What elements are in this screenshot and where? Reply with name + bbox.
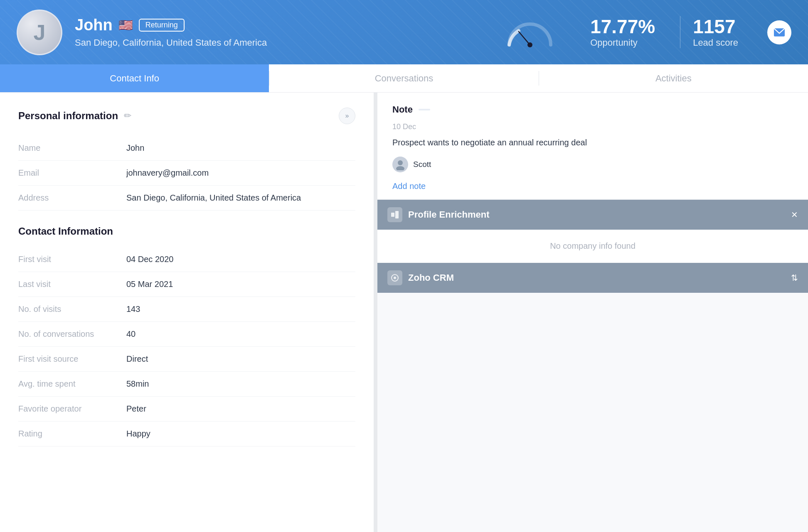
returning-badge: Returning	[139, 19, 185, 32]
email-icon	[774, 28, 785, 37]
field-value: 40	[126, 322, 355, 347]
contact-name: John	[75, 16, 113, 34]
field-label: Name	[18, 136, 126, 161]
contact-location: San Diego, California, United States of …	[75, 37, 482, 48]
field-value: San Diego, California, United States of …	[126, 186, 355, 211]
table-row: Last visit 05 Mar 2021	[18, 272, 355, 297]
opportunity-label: Opportunity	[590, 37, 638, 48]
opportunity-value: 17.77%	[590, 16, 655, 37]
personal-info-table: Name John Email johnavery@gmail.com Addr…	[18, 136, 355, 211]
note-date: 10 Dec	[392, 123, 793, 131]
tabs-bar: Contact Info Conversations Activities	[0, 64, 808, 93]
personal-info-title: Personal information	[18, 110, 118, 122]
main-layout: Personal information ✏ » Name John Email…	[0, 93, 808, 532]
profile-enrichment-section: Profile Enrichment ✕ No company info fou…	[377, 200, 808, 262]
note-author-row: Scott	[392, 157, 793, 172]
contact-info-table: First visit 04 Dec 2020 Last visit 05 Ma…	[18, 247, 355, 446]
field-label: Rating	[18, 422, 126, 446]
gauge-chart	[503, 16, 557, 49]
tab-contact-info[interactable]: Contact Info	[0, 64, 269, 92]
field-value: 04 Dec 2020	[126, 247, 355, 272]
table-row: Email johnavery@gmail.com	[18, 161, 355, 186]
enrichment-title: Profile Enrichment	[408, 209, 785, 220]
contact-info-title: Contact Information	[18, 226, 355, 237]
svg-point-3	[398, 160, 403, 165]
field-label: Last visit	[18, 272, 126, 297]
left-panel: Personal information ✏ » Name John Email…	[0, 93, 374, 532]
field-value: Peter	[126, 397, 355, 422]
field-label: No. of visits	[18, 297, 126, 322]
note-section: Note 10 Dec Prospect wants to negotiate …	[377, 93, 808, 200]
svg-rect-5	[391, 213, 394, 217]
enrichment-close-icon[interactable]: ✕	[791, 210, 798, 220]
field-label: Favorite operator	[18, 397, 126, 422]
field-value: 05 Mar 2021	[126, 272, 355, 297]
svg-point-8	[394, 277, 396, 279]
tab-conversations[interactable]: Conversations	[269, 64, 538, 92]
no-company-text: No company info found	[550, 241, 636, 250]
field-label: First visit	[18, 247, 126, 272]
table-row: First visit 04 Dec 2020	[18, 247, 355, 272]
zoho-icon	[387, 270, 402, 285]
flag-icon: 🇺🇸	[118, 18, 133, 32]
header-info: John 🇺🇸 Returning San Diego, California,…	[75, 16, 482, 48]
lead-score-value: 1157	[693, 16, 735, 37]
field-label: First visit source	[18, 347, 126, 372]
field-value: 58min	[126, 372, 355, 397]
field-label: Avg. time spent	[18, 372, 126, 397]
lead-score-stat: 1157 Lead score	[680, 16, 751, 48]
table-row: Address San Diego, California, United St…	[18, 186, 355, 211]
field-label: Email	[18, 161, 126, 186]
zoho-crm-section: Zoho CRM ⇅	[377, 263, 808, 293]
expand-button[interactable]: »	[339, 108, 355, 124]
author-name: Scott	[413, 160, 431, 169]
header: J John 🇺🇸 Returning San Diego, Californi…	[0, 0, 808, 64]
field-label: Address	[18, 186, 126, 211]
svg-line-0	[519, 32, 530, 45]
add-note-button[interactable]: Add note	[392, 181, 793, 191]
field-value: 143	[126, 297, 355, 322]
svg-point-4	[396, 166, 404, 170]
tab-activities[interactable]: Activities	[539, 64, 808, 92]
note-header: Note	[392, 104, 793, 115]
note-badge	[419, 109, 430, 110]
table-row: Rating Happy	[18, 422, 355, 446]
personal-info-header: Personal information ✏ »	[18, 108, 355, 124]
field-value: Happy	[126, 422, 355, 446]
table-row: No. of conversations 40	[18, 322, 355, 347]
note-text: Prospect wants to negotiate an annual re…	[392, 136, 793, 149]
header-name-row: John 🇺🇸 Returning	[75, 16, 482, 34]
field-value: johnavery@gmail.com	[126, 161, 355, 186]
table-row: Name John	[18, 136, 355, 161]
zoho-arrow-icon[interactable]: ⇅	[791, 273, 798, 283]
gauge-area	[503, 16, 557, 49]
author-avatar	[392, 157, 408, 172]
author-avatar-icon	[394, 159, 406, 170]
zoho-header[interactable]: Zoho CRM ⇅	[377, 263, 808, 293]
field-value: John	[126, 136, 355, 161]
enrichment-header[interactable]: Profile Enrichment ✕	[377, 200, 808, 230]
panel-divider	[374, 93, 377, 532]
table-row: First visit source Direct	[18, 347, 355, 372]
table-row: No. of visits 143	[18, 297, 355, 322]
enrichment-icon	[387, 207, 402, 222]
field-value: Direct	[126, 347, 355, 372]
table-row: Avg. time spent 58min	[18, 372, 355, 397]
svg-point-1	[527, 42, 532, 47]
field-label: No. of conversations	[18, 322, 126, 347]
lead-score-label: Lead score	[693, 37, 738, 48]
note-title: Note	[392, 104, 413, 115]
svg-rect-6	[395, 211, 399, 218]
zoho-title: Zoho CRM	[408, 272, 785, 283]
edit-icon[interactable]: ✏	[124, 110, 131, 121]
avatar: J	[17, 10, 62, 55]
enrichment-body: No company info found	[377, 230, 808, 262]
table-row: Favorite operator Peter	[18, 397, 355, 422]
right-panel: Note 10 Dec Prospect wants to negotiate …	[377, 93, 808, 532]
email-button[interactable]	[767, 20, 791, 44]
opportunity-stat: 17.77% Opportunity	[578, 16, 668, 48]
